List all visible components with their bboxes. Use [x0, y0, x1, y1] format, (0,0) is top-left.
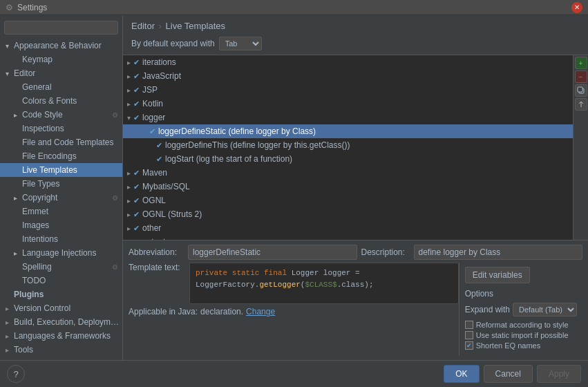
close-button[interactable]: ✕ [571, 2, 582, 13]
tpl-group-output: ▸ ✔ output [123, 235, 573, 240]
tpl-group-header[interactable]: ▸ ✔ Mybatis/SQL [123, 180, 573, 194]
tpl-group-header[interactable]: ▸ ✔ OGNL (Struts 2) [123, 207, 573, 221]
sidebar-item-file-code-templates[interactable]: File and Code Templates [0, 135, 122, 149]
expand-with-select[interactable]: Default (Tab) Tab Enter [513, 303, 577, 317]
tpl-group-header[interactable]: ▸ ✔ output [123, 235, 573, 240]
sidebar-item-label: General [22, 82, 120, 92]
sidebar-item-intentions[interactable]: Intentions [0, 232, 122, 246]
expand-label: By default expand with [131, 39, 215, 48]
search-input[interactable] [4, 21, 118, 35]
tpl-group-header[interactable]: ▸ ✔ iterations [123, 55, 573, 69]
cancel-button[interactable]: Cancel [484, 365, 533, 383]
add-template-button[interactable]: + [575, 57, 587, 69]
sidebar-item-inspections[interactable]: Inspections [0, 122, 122, 135]
dialog-footer: ? OK Cancel Apply [0, 360, 588, 387]
tpl-item-logger-define-static[interactable]: ✔ loggerDefineStatic (define logger by C… [123, 124, 573, 138]
description-input[interactable] [414, 245, 583, 260]
sidebar-item-todo[interactable]: TODO [0, 274, 122, 287]
sidebar-item-languages-frameworks[interactable]: ▸ Languages & Frameworks [0, 329, 122, 343]
template-text-section: Template text: private static final Logg… [129, 263, 582, 356]
expand-arrow-icon: ▾ [6, 70, 14, 77]
sidebar-item-file-encodings[interactable]: File Encodings [0, 149, 122, 163]
code-method: getLogger [259, 281, 300, 289]
tpl-item-log-start[interactable]: ✔ logStart (log the start of a function) [123, 152, 573, 166]
sidebar-item-general[interactable]: General [0, 80, 122, 94]
template-code-line: private static final Logger logger = Log… [196, 267, 453, 290]
sidebar-item-version-control[interactable]: ▸ Version Control [0, 301, 122, 315]
sidebar-item-label: Plugins [14, 290, 120, 299]
copy-template-button[interactable] [575, 84, 587, 97]
options-panel: Edit variables Options Expand with Defau… [459, 263, 582, 356]
expand-arrow-icon: ▸ [14, 249, 22, 257]
sidebar-item-colors-fonts[interactable]: Colors & Fonts [0, 94, 122, 108]
move-template-button[interactable] [575, 98, 587, 111]
tpl-group-header-logger[interactable]: ▾ ✔ logger [123, 111, 573, 124]
tpl-group-header[interactable]: ▸ ✔ Maven [123, 166, 573, 180]
reformat-checkbox[interactable] [465, 321, 473, 329]
sidebar-item-keymap[interactable]: Keymap [0, 53, 122, 66]
tpl-group-label: Mybatis/SQL [142, 182, 190, 191]
tpl-item-logger-define-this[interactable]: ✔ loggerDefineThis (define logger by thi… [123, 138, 573, 152]
tpl-group-header[interactable]: ▸ ✔ OGNL [123, 194, 573, 207]
expand-arrow-icon: ▸ [6, 332, 14, 340]
dialog-body: ▾ Appearance & Behavior Keymap ▾ Editor … [0, 15, 588, 360]
tpl-group-other: ▸ ✔ other [123, 221, 573, 235]
sidebar-item-build-execution-deployment[interactable]: ▸ Build, Execution, Deployment [0, 315, 122, 329]
tpl-group-label: JavaScript [142, 71, 181, 81]
tpl-group-label: Maven [142, 168, 167, 178]
template-group-icon: ✔ [133, 169, 140, 178]
code-template-var: $CLASS$ [305, 281, 336, 289]
template-group-icon: ✔ [133, 100, 140, 108]
shorten-eq-checkbox[interactable]: ✔ [465, 341, 473, 350]
ok-button[interactable]: OK [444, 365, 479, 383]
tpl-group-header[interactable]: ▸ ✔ JSP [123, 83, 573, 97]
tpl-group-header[interactable]: ▸ ✔ other [123, 221, 573, 235]
sidebar-item-language-injections[interactable]: ▸ Language Injections [0, 246, 122, 260]
title-bar: ⚙ Settings ✕ [0, 0, 588, 15]
shorten-eq-checkbox-row: ✔ Shorten EQ names [465, 341, 577, 350]
tpl-group-iterations: ▸ ✔ iterations [123, 55, 573, 69]
sidebar-item-editor[interactable]: ▾ Editor [0, 66, 122, 80]
tpl-group-maven: ▸ ✔ Maven [123, 166, 573, 180]
tpl-group-kotlin: ▸ ✔ Kotlin [123, 97, 573, 111]
remove-template-button[interactable]: − [575, 70, 587, 83]
options-title: Options [465, 289, 577, 299]
tpl-group-label: OGNL (Struts 2) [142, 209, 202, 219]
tpl-group-header[interactable]: ▸ ✔ Kotlin [123, 97, 573, 111]
template-item-icon: ✔ [156, 141, 162, 150]
sidebar-item-label: File and Code Templates [22, 138, 120, 147]
collapse-icon: ▸ [127, 225, 131, 232]
sidebar-item-label: Spelling [22, 262, 110, 272]
tpl-group-jsp: ▸ ✔ JSP [123, 83, 573, 97]
sidebar-item-spelling[interactable]: Spelling ⚙ [0, 260, 122, 274]
expand-bar: By default expand with Tab Enter Space [131, 37, 580, 50]
sidebar-item-label: Copyright [22, 193, 110, 202]
abbreviation-input[interactable] [188, 245, 357, 260]
edit-variables-button[interactable]: Edit variables [465, 267, 530, 283]
sidebar-item-code-style[interactable]: ▸ Code Style ⚙ [0, 108, 122, 122]
sidebar-item-label: Keymap [22, 55, 120, 64]
expand-arrow-icon: ▸ [14, 194, 22, 202]
apply-button[interactable]: Apply [537, 365, 581, 383]
static-import-checkbox[interactable] [465, 331, 473, 339]
help-button[interactable]: ? [7, 365, 25, 383]
sidebar-item-label: Inspections [22, 124, 120, 133]
template-group-icon: ✔ [133, 86, 140, 95]
sidebar-item-appearance-behavior[interactable]: ▾ Appearance & Behavior [0, 39, 122, 53]
sidebar-item-live-templates[interactable]: Live Templates [0, 163, 122, 177]
change-link[interactable]: Change [246, 307, 275, 317]
tpl-group-header[interactable]: ▸ ✔ JavaScript [123, 69, 573, 83]
sidebar-item-copyright[interactable]: ▸ Copyright ⚙ [0, 191, 122, 205]
sidebar-item-plugins[interactable]: Plugins [0, 287, 122, 301]
code-keyword: private static final [196, 269, 287, 277]
sidebar-item-images[interactable]: Images [0, 218, 122, 232]
static-import-label: Use static import if possible [476, 331, 569, 339]
sidebar-item-emmet[interactable]: Emmet [0, 205, 122, 218]
sidebar-item-label: Language Injections [22, 248, 120, 258]
sidebar-item-file-types[interactable]: File Types [0, 177, 122, 191]
expand-select[interactable]: Tab Enter Space [219, 37, 262, 50]
template-item-icon: ✔ [156, 155, 162, 164]
collapse-icon: ▸ [127, 86, 131, 94]
sidebar-item-tools[interactable]: ▸ Tools [0, 343, 122, 357]
tpl-group-label: other [142, 223, 161, 233]
